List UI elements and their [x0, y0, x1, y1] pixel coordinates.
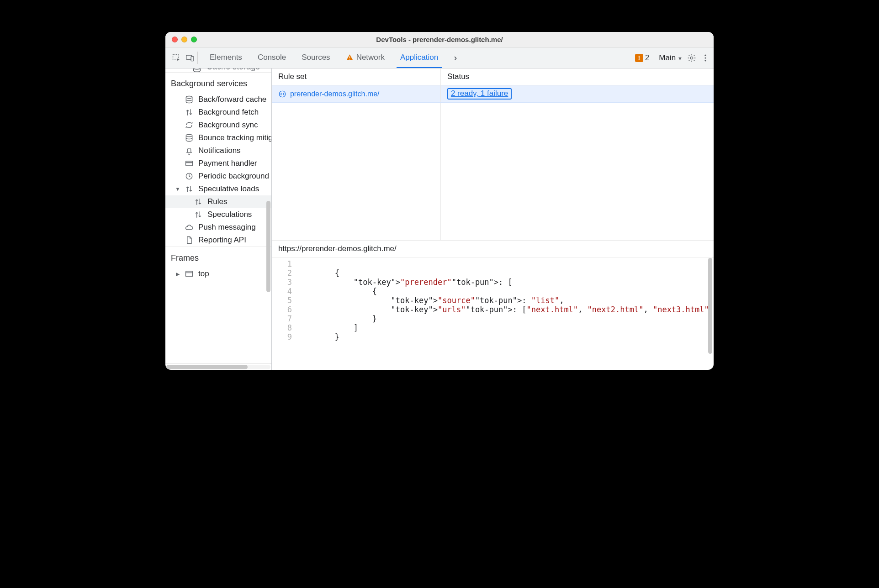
ruleset-cell[interactable]: prerender-demos.glitch.me/ — [272, 85, 441, 102]
sidebar-item-label: Background sync — [198, 121, 258, 130]
arrows-up-down-icon — [185, 108, 194, 117]
target-label: Main — [659, 53, 676, 62]
cloud-icon — [185, 223, 194, 232]
disclosure-triangle-icon[interactable]: ▶ — [175, 271, 180, 277]
chevrons-right-icon: ›› — [454, 52, 454, 63]
window-close-button[interactable] — [172, 37, 178, 42]
rule-json-source[interactable]: 12 {3 "tok-key">"prerender""tok-pun">: [… — [272, 257, 714, 370]
target-selector[interactable]: Main — [659, 53, 683, 63]
scrollbar-track — [166, 365, 270, 369]
svg-point-8 — [704, 60, 706, 61]
tab-console[interactable]: Console — [254, 47, 290, 68]
sidebar-item-label: top — [198, 269, 209, 278]
issues-count: 2 — [645, 53, 649, 63]
sidebar-item-back-forward-cache[interactable]: Back/forward cache — [165, 93, 271, 106]
clock-icon — [185, 172, 194, 181]
svg-rect-4 — [349, 59, 349, 59]
error-badge-icon: ! — [635, 54, 643, 62]
detail-vertical-scrollbar-thumb[interactable] — [708, 258, 712, 354]
credit-card-icon — [185, 159, 194, 168]
svg-rect-12 — [186, 161, 193, 166]
document-icon — [185, 236, 194, 245]
sidebar-item-label: Background fetch — [198, 108, 259, 117]
window-titlebar: DevTools - prerender-demos.glitch.me/ — [165, 32, 714, 47]
sidebar-vertical-scrollbar-thumb[interactable] — [266, 201, 270, 292]
sidebar-item-rules[interactable]: Rules — [165, 195, 271, 208]
sidebar-item-label: Speculative loads — [198, 184, 259, 194]
sidebar-item-label: Bounce tracking mitigation — [198, 133, 271, 142]
sidebar-item-frame-top[interactable]: ▶ top — [165, 268, 271, 280]
svg-point-6 — [704, 54, 706, 56]
svg-point-7 — [704, 57, 706, 58]
sidebar-item-label: Rules — [207, 197, 227, 206]
sidebar-item-speculative-loads[interactable]: ▼ Speculative loads — [165, 183, 271, 195]
tab-label: Network — [356, 53, 385, 62]
svg-point-10 — [186, 96, 192, 99]
section-background-services: Background services — [165, 72, 271, 93]
database-icon — [192, 68, 202, 72]
window-minimize-button[interactable] — [181, 37, 187, 42]
arrows-up-down-icon — [185, 184, 194, 194]
sidebar-item-notifications[interactable]: Notifications — [165, 144, 271, 157]
sidebar-item-label: Notifications — [198, 146, 241, 155]
application-sidebar: Cache storage Background services Back/f… — [165, 68, 272, 370]
status-cell[interactable]: 2 ready, 1 failure — [441, 85, 714, 102]
sidebar-item-truncated[interactable]: Cache storage — [165, 68, 271, 72]
window-title: DevTools - prerender-demos.glitch.me/ — [165, 36, 714, 43]
tab-label: Application — [400, 53, 438, 62]
tab-sources[interactable]: Sources — [298, 47, 334, 68]
rule-detail-url: https://prerender-demos.glitch.me/ — [272, 241, 714, 257]
tab-application[interactable]: Application — [397, 47, 442, 68]
rules-table-row[interactable]: prerender-demos.glitch.me/ 2 ready, 1 fa… — [272, 85, 714, 103]
sidebar-item-payment-handler[interactable]: Payment handler — [165, 157, 271, 170]
tab-network[interactable]: Network — [342, 47, 388, 68]
device-toolbar-icon[interactable] — [185, 53, 195, 63]
tab-label: Sources — [302, 53, 330, 62]
section-frames: Frames — [165, 247, 271, 268]
sidebar-item-label: Payment handler — [198, 159, 257, 168]
svg-rect-14 — [186, 271, 193, 277]
sidebar-item-bounce-tracking[interactable]: Bounce tracking mitigation — [165, 131, 271, 144]
sidebar-item-label: Periodic background sync — [198, 172, 271, 181]
svg-point-15 — [279, 91, 286, 97]
inspect-element-icon[interactable] — [172, 53, 181, 63]
column-header-ruleset[interactable]: Rule set — [272, 68, 441, 85]
sidebar-item-speculations[interactable]: Speculations — [165, 208, 271, 221]
source-icon — [278, 90, 286, 98]
sidebar-item-periodic-sync[interactable]: Periodic background sync — [165, 170, 271, 183]
sidebar-horizontal-scrollbar[interactable] — [165, 363, 271, 370]
window-icon — [185, 269, 194, 278]
window-zoom-button[interactable] — [191, 37, 197, 42]
rule-detail-panel: https://prerender-demos.glitch.me/ 12 {3… — [272, 241, 714, 370]
sidebar-item-label: Back/forward cache — [198, 95, 266, 104]
kebab-menu-button[interactable] — [701, 53, 710, 63]
arrows-up-down-icon — [194, 197, 203, 206]
tab-elements[interactable]: Elements — [206, 47, 246, 68]
sidebar-item-background-sync[interactable]: Background sync — [165, 119, 271, 131]
sidebar-item-label: Cache storage — [207, 68, 260, 72]
rules-panel: Rule set Status prerender-demos.glitch.m… — [272, 68, 714, 370]
tabs-overflow-button[interactable]: ›› — [450, 47, 458, 68]
arrows-up-down-icon — [194, 210, 203, 219]
column-header-status[interactable]: Status — [441, 68, 714, 85]
sidebar-item-label: Push messaging — [198, 223, 256, 232]
sidebar-item-label: Speculations — [207, 210, 252, 219]
sidebar-item-background-fetch[interactable]: Background fetch — [165, 106, 271, 119]
svg-point-11 — [186, 135, 192, 137]
sidebar-item-label: Reporting API — [198, 236, 246, 245]
scrollbar-thumb[interactable] — [166, 365, 248, 369]
svg-rect-2 — [191, 56, 194, 61]
warning-icon — [346, 53, 354, 61]
status-chip[interactable]: 2 ready, 1 failure — [447, 88, 512, 100]
settings-button[interactable] — [687, 53, 696, 63]
svg-rect-3 — [349, 56, 349, 58]
rules-table-header: Rule set Status — [272, 68, 714, 85]
sidebar-item-push-messaging[interactable]: Push messaging — [165, 221, 271, 234]
rules-table-body: prerender-demos.glitch.me/ 2 ready, 1 fa… — [272, 85, 714, 241]
sync-icon — [185, 121, 194, 130]
issues-counter[interactable]: ! 2 — [635, 53, 649, 63]
sidebar-item-reporting-api[interactable]: Reporting API — [165, 234, 271, 247]
panel-body: Cache storage Background services Back/f… — [165, 68, 714, 370]
tab-label: Console — [258, 53, 286, 62]
disclosure-triangle-icon[interactable]: ▼ — [175, 186, 180, 192]
